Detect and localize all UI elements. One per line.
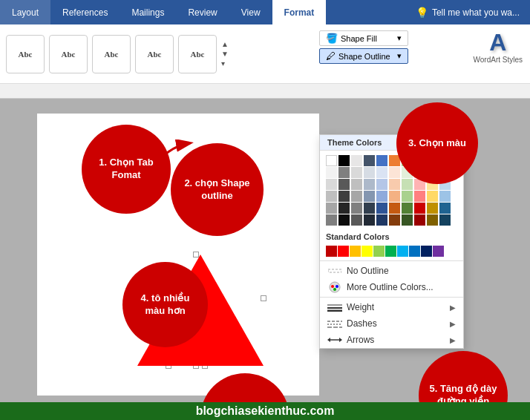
shape-styles-scroll-up[interactable]: ▲ [221,40,236,48]
shape-style-4[interactable]: Abc [135,35,174,73]
theme-color-swatch[interactable] [402,203,413,214]
theme-color-swatch[interactable] [427,214,438,226]
svg-point-3 [331,285,334,288]
shape-style-1[interactable]: Abc [6,35,45,73]
annotation-bubble-3: 3. Chọn màu [396,102,478,184]
theme-color-swatch[interactable] [364,203,375,214]
watermark-bar: blogchiasekienthuc.com [0,402,530,420]
ruler: /* ruler ticks generated in JS below */ [0,84,530,99]
theme-color-swatch[interactable] [364,179,375,190]
std-color-swatch[interactable] [350,246,361,257]
standard-color-grid[interactable] [320,243,463,259]
std-color-swatch[interactable] [361,246,373,257]
theme-color-swatch[interactable] [389,191,400,202]
theme-color-swatch[interactable] [326,203,337,214]
weight-arrow-icon: ▶ [450,303,456,312]
theme-color-swatch[interactable] [439,203,451,214]
theme-color-swatch[interactable] [364,155,375,166]
tab-mailings[interactable]: Mailings [120,0,176,24]
shape-style-5[interactable]: Abc [178,35,217,73]
theme-color-swatch[interactable] [326,155,337,166]
svg-marker-14 [327,338,330,342]
theme-color-swatch[interactable] [402,179,413,190]
theme-color-swatch[interactable] [427,191,438,202]
theme-color-swatch[interactable] [326,179,337,190]
annotation-bubble-4: 4. tô nhiều màu hơn [122,262,208,347]
theme-color-swatch[interactable] [376,167,387,178]
theme-color-swatch[interactable] [439,191,451,202]
theme-color-swatch[interactable] [351,167,362,178]
tab-review[interactable]: Review [176,0,229,24]
theme-color-swatch[interactable] [414,203,425,214]
std-color-swatch[interactable] [397,246,408,257]
theme-color-swatch[interactable] [376,203,387,214]
theme-color-swatch[interactable] [414,191,425,202]
tab-view[interactable]: View [229,0,272,24]
tell-me-bar[interactable]: 💡 Tell me what you wa... [405,0,530,24]
shape-outline-button[interactable]: 🖊 Shape Outline ▾ [319,48,408,64]
dashes-arrow-icon: ▶ [450,320,456,328]
tab-layout[interactable]: Layout [0,0,50,24]
theme-color-swatch[interactable] [439,214,451,226]
dashes-icon [327,319,342,328]
arrows-arrow-icon: ▶ [450,336,456,344]
std-color-swatch[interactable] [385,246,396,257]
theme-color-swatch[interactable] [326,167,337,178]
theme-color-swatch[interactable] [338,167,350,178]
no-outline-item[interactable]: No Outline [320,263,463,279]
shape-styles-expand[interactable]: ▾ [221,59,236,68]
theme-color-swatch[interactable] [338,203,350,214]
shape-styles-scroll-down[interactable]: ▼ [221,50,236,58]
shape-outline-arrow: ▾ [397,51,402,61]
std-color-swatch[interactable] [421,246,432,257]
theme-color-swatch[interactable] [326,214,337,226]
theme-color-swatch[interactable] [338,155,350,166]
theme-color-swatch[interactable] [338,214,350,226]
tab-format[interactable]: Format [272,0,327,24]
theme-color-swatch[interactable] [351,191,362,202]
shape-style-2[interactable]: Abc [49,35,88,73]
std-color-swatch[interactable] [326,246,337,257]
standard-colors-header: Standard Colors [320,230,463,243]
std-color-swatch[interactable] [433,246,444,257]
main-content-area: Theme Colors Standard Colors No Outline … [0,99,530,420]
arrows-item[interactable]: Arrows ▶ [320,332,463,348]
theme-color-swatch[interactable] [376,155,387,166]
svg-point-4 [336,285,338,288]
std-color-swatch[interactable] [409,246,420,257]
color-palette-icon [327,283,342,292]
shape-fill-arrow: ▾ [397,33,402,43]
theme-color-swatch[interactable] [389,179,400,190]
theme-color-swatch[interactable] [351,203,362,214]
weight-item[interactable]: Weight ▶ [320,299,463,315]
theme-color-swatch[interactable] [427,203,438,214]
theme-color-swatch[interactable] [389,167,400,178]
theme-color-swatch[interactable] [376,214,387,226]
theme-color-swatch[interactable] [414,214,425,226]
shape-style-3[interactable]: Abc [92,35,131,73]
theme-color-swatch[interactable] [364,214,375,226]
theme-color-swatch[interactable] [389,214,400,226]
theme-color-swatch[interactable] [402,214,413,226]
shape-format-buttons: 🪣 Shape Fill ▾ 🖊 Shape Outline ▾ [319,30,408,64]
dashes-item[interactable]: Dashes ▶ [320,315,463,332]
theme-color-swatch[interactable] [376,191,387,202]
svg-rect-1 [328,269,341,272]
theme-color-swatch[interactable] [389,203,400,214]
theme-color-swatch[interactable] [351,214,362,226]
wordart-section: A WordArt Styles [474,30,523,64]
more-outline-colors-item[interactable]: More Outline Colors... [320,279,463,295]
theme-color-swatch[interactable] [364,167,375,178]
theme-color-swatch[interactable] [326,191,337,202]
theme-color-swatch[interactable] [338,191,350,202]
theme-color-swatch[interactable] [364,191,375,202]
shape-fill-button[interactable]: 🪣 Shape Fill ▾ [319,30,408,46]
std-color-swatch[interactable] [373,246,385,257]
theme-color-swatch[interactable] [351,155,362,166]
theme-color-swatch[interactable] [338,179,350,190]
theme-color-swatch[interactable] [376,179,387,190]
tab-references[interactable]: References [50,0,120,24]
theme-color-swatch[interactable] [402,191,413,202]
std-color-swatch[interactable] [338,246,349,257]
theme-color-swatch[interactable] [351,179,362,190]
